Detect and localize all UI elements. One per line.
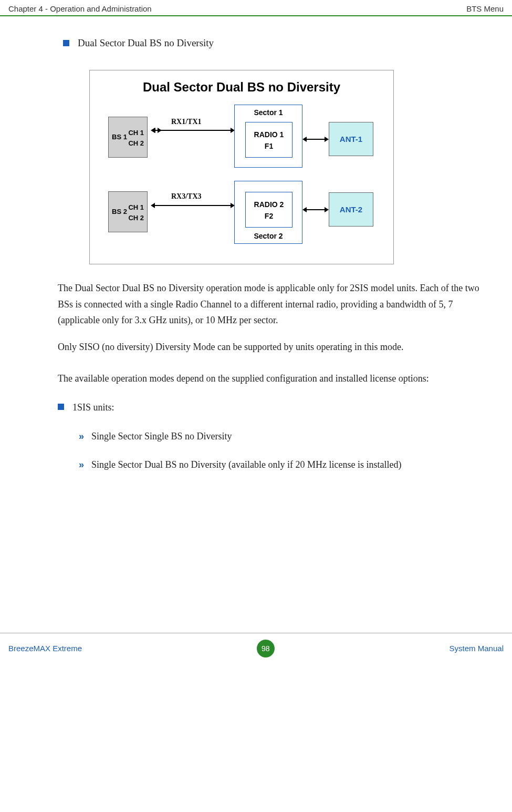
diagram-title: Dual Sector Dual BS no Diversity	[90, 80, 393, 95]
rxtx3-label: RX3/TX3	[171, 192, 202, 201]
header-menu: BTS Menu	[466, 4, 504, 13]
sector2-group: Sector 2 RADIO 2 F2	[234, 181, 302, 244]
footer-content: BreezeMAX Extreme 98 System Manual	[0, 633, 512, 664]
bs1-ch1: CH 1	[128, 128, 144, 138]
paragraph-3: The available operation modes depend on …	[58, 371, 480, 387]
header-chapter: Chapter 4 - Operation and Administration	[8, 4, 152, 13]
radio1-line1: RADIO 1	[246, 129, 292, 140]
arrow-bs2-radio2	[152, 205, 231, 206]
footer-product: BreezeMAX Extreme	[8, 644, 82, 653]
page-number: 98	[257, 640, 275, 657]
bs2-ch2: CH 2	[128, 213, 144, 223]
paragraph-2: Only SISO (no diversity) Diversity Mode …	[58, 339, 480, 355]
radio2-line2: F2	[246, 210, 292, 222]
sublist-item-1-text: Single Sector Single BS no Diversity	[91, 428, 232, 445]
radio1-box: RADIO 1 F1	[245, 122, 292, 158]
section-title: Dual Sector Dual BS no Diversity	[78, 37, 214, 49]
chevron-icon: »	[79, 457, 84, 473]
sector1-group: Sector 1 RADIO 1 F1	[234, 105, 302, 168]
chevron-icon: »	[79, 428, 84, 445]
arrow-radio2-ant2	[307, 209, 325, 210]
sublist-item-2: » Single Sector Dual BS no Diversity (av…	[79, 457, 480, 473]
list-item-1sis-text: 1SIS units:	[72, 399, 114, 416]
arrow-bs1-radio1-tip	[155, 130, 161, 131]
sector1-label: Sector 1	[235, 108, 302, 117]
sublist-item-2-text: Single Sector Dual BS no Diversity (avai…	[91, 457, 401, 473]
page-header: Chapter 4 - Operation and Administration…	[0, 0, 512, 16]
diagram-box: Dual Sector Dual BS no Diversity BS 1 CH…	[89, 70, 394, 264]
paragraph-1: The Dual Sector Dual BS no Diversity ope…	[58, 280, 480, 328]
sublist-item-1: » Single Sector Single BS no Diversity	[79, 428, 480, 445]
page-content: Dual Sector Dual BS no Diversity Dual Se…	[0, 16, 512, 496]
arrow-radio1-ant1	[307, 139, 325, 140]
bullet-square-icon	[58, 404, 64, 410]
radio1-line2: F1	[246, 140, 292, 152]
radio2-box: RADIO 2 F2	[245, 192, 292, 228]
ant2-box: ANT-2	[329, 192, 373, 227]
arrow-bs1-radio1	[152, 130, 231, 131]
radio2-line1: RADIO 2	[246, 199, 292, 210]
ant1-box: ANT-1	[329, 122, 373, 156]
bs1-block: BS 1 CH 1 CH 2	[108, 117, 148, 158]
page-footer: BreezeMAX Extreme 98 System Manual	[0, 633, 512, 664]
footer-manual: System Manual	[450, 644, 504, 653]
bs2-label: BS 2	[112, 208, 127, 215]
bs2-block: BS 2 CH 1 CH 2	[108, 191, 148, 232]
rxtx1-label: RX1/TX1	[171, 118, 202, 126]
bs1-ch2: CH 2	[128, 138, 144, 149]
sector2-label: Sector 2	[235, 232, 302, 240]
bs1-label: BS 1	[112, 133, 127, 141]
diagram-container: Dual Sector Dual BS no Diversity BS 1 CH…	[89, 70, 480, 264]
bs1-channels: CH 1 CH 2	[128, 128, 144, 149]
list-item-1sis: 1SIS units:	[58, 399, 480, 416]
section-heading-row: Dual Sector Dual BS no Diversity	[63, 37, 480, 49]
bullet-square-icon	[63, 40, 69, 46]
bs2-ch1: CH 1	[128, 202, 144, 213]
bs2-channels: CH 1 CH 2	[128, 202, 144, 223]
